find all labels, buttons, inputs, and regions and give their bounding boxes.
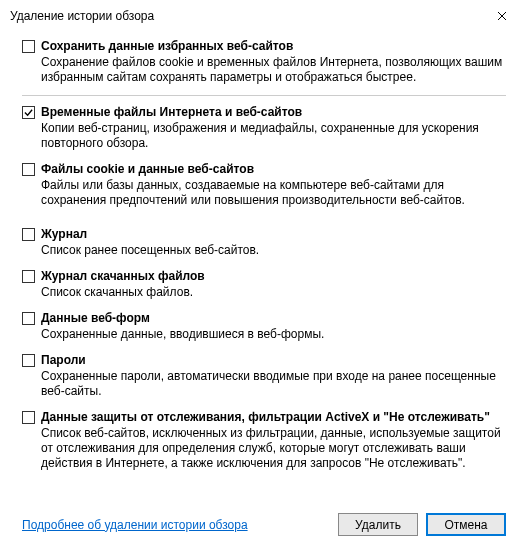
close-icon <box>497 11 507 21</box>
checkbox-history[interactable] <box>22 228 35 241</box>
option-desc: Список ранее посещенных веб-сайтов. <box>41 243 506 258</box>
option-title: Данные веб-форм <box>41 310 150 326</box>
checkbox-cookies[interactable] <box>22 163 35 176</box>
option-preserve-favorites: Сохранить данные избранных веб-сайтов Со… <box>22 38 506 85</box>
delete-button[interactable]: Удалить <box>338 513 418 536</box>
dialog-title: Удаление истории обзора <box>10 9 154 23</box>
option-title: Временные файлы Интернета и веб-сайтов <box>41 104 302 120</box>
option-desc: Файлы или базы данных, создаваемые на ко… <box>41 178 506 208</box>
titlebar: Удаление истории обзора <box>0 0 524 32</box>
option-desc: Список скачанных файлов. <box>41 285 506 300</box>
option-title: Журнал скачанных файлов <box>41 268 205 284</box>
option-desc: Список веб-сайтов, исключенных из фильтр… <box>41 426 506 471</box>
option-desc: Копии веб-страниц, изображения и медиафа… <box>41 121 506 151</box>
checkbox-tracking-protection[interactable] <box>22 411 35 424</box>
option-temp-files: Временные файлы Интернета и веб-сайтов К… <box>22 104 506 151</box>
learn-more-link[interactable]: Подробнее об удалении истории обзора <box>22 518 248 532</box>
option-title: Данные защиты от отслеживания, фильтраци… <box>41 409 490 425</box>
option-cookies: Файлы cookie и данные веб-сайтов Файлы и… <box>22 161 506 208</box>
option-form-data: Данные веб-форм Сохраненные данные, ввод… <box>22 310 506 342</box>
option-title: Пароли <box>41 352 86 368</box>
checkbox-preserve-favorites[interactable] <box>22 40 35 53</box>
checkbox-form-data[interactable] <box>22 312 35 325</box>
checkbox-download-history[interactable] <box>22 270 35 283</box>
option-desc: Сохраненные пароли, автоматически вводим… <box>41 369 506 399</box>
option-desc: Сохраненные данные, вводившиеся в веб-фо… <box>41 327 506 342</box>
option-tracking-protection: Данные защиты от отслеживания, фильтраци… <box>22 409 506 471</box>
option-history: Журнал Список ранее посещенных веб-сайто… <box>22 226 506 258</box>
button-row: Удалить Отмена <box>338 513 506 536</box>
separator <box>22 95 506 96</box>
close-button[interactable] <box>479 1 524 31</box>
cancel-button[interactable]: Отмена <box>426 513 506 536</box>
option-desc: Сохранение файлов cookie и временных фай… <box>41 55 506 85</box>
option-title: Сохранить данные избранных веб-сайтов <box>41 38 293 54</box>
checkbox-temp-files[interactable] <box>22 106 35 119</box>
option-title: Файлы cookie и данные веб-сайтов <box>41 161 254 177</box>
option-download-history: Журнал скачанных файлов Список скачанных… <box>22 268 506 300</box>
dialog-window: Удаление истории обзора Сохранить данные… <box>0 0 524 550</box>
option-passwords: Пароли Сохраненные пароли, автоматически… <box>22 352 506 399</box>
dialog-content: Сохранить данные избранных веб-сайтов Со… <box>0 32 524 471</box>
dialog-footer: Подробнее об удалении истории обзора Уда… <box>0 513 524 536</box>
checkbox-passwords[interactable] <box>22 354 35 367</box>
option-title: Журнал <box>41 226 87 242</box>
